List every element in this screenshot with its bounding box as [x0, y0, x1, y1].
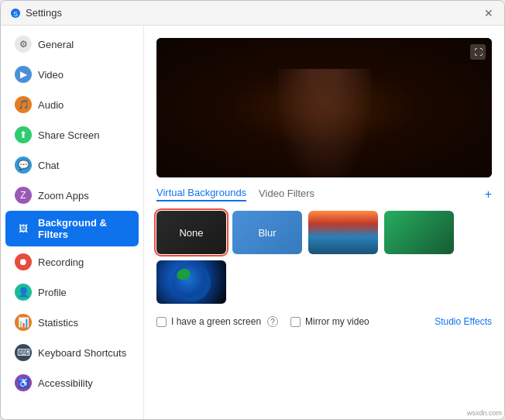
zoomapps-icon: Z — [15, 187, 32, 204]
sidebar-item-statistics[interactable]: 📊Statistics — [5, 308, 139, 337]
general-icon: ⚙ — [15, 36, 32, 53]
title-bar: S Settings ✕ — [1, 1, 504, 26]
background-blur[interactable]: Blur — [232, 211, 302, 254]
expand-button[interactable]: ⛶ — [470, 44, 486, 60]
video-person-silhouette — [278, 69, 371, 177]
tabs-row: Virtual Backgrounds Video Filters + — [156, 187, 492, 201]
sidebar: ⚙General▶Video🎵Audio⬆Share Screen💬ChatZZ… — [1, 26, 144, 419]
statistics-icon: 📊 — [15, 314, 32, 331]
main-panel: ⛶ Virtual Backgrounds Video Filters + No… — [144, 26, 504, 419]
sidebar-item-recording[interactable]: ⏺Recording — [5, 247, 139, 277]
keyboard-icon: ⌨ — [15, 344, 32, 361]
sidebar-item-bgfilters[interactable]: 🖼Background & Filters — [5, 211, 139, 246]
sidebar-label-bgfilters: Background & Filters — [38, 217, 129, 240]
mirror-video-checkbox[interactable] — [290, 317, 301, 327]
sidebar-label-sharescreen: Share Screen — [38, 129, 100, 141]
sidebar-item-profile[interactable]: 👤Profile — [5, 277, 139, 307]
video-icon: ▶ — [15, 66, 32, 83]
background-green[interactable] — [384, 211, 454, 254]
tab-video-filters[interactable]: Video Filters — [259, 188, 314, 201]
backgrounds-grid: None Blur — [156, 211, 492, 254]
accessibility-icon: ♿ — [15, 374, 32, 391]
profile-icon: 👤 — [15, 284, 32, 301]
studio-effects-link[interactable]: Studio Effects — [435, 316, 492, 327]
main-layout: ⚙General▶Video🎵Audio⬆Share Screen💬ChatZZ… — [1, 26, 504, 419]
earth-land — [175, 267, 192, 281]
help-icon[interactable]: ? — [267, 316, 278, 327]
background-bridge[interactable] — [308, 211, 378, 254]
background-earth[interactable] — [156, 260, 226, 304]
sidebar-item-zoomapps[interactable]: ZZoom Apps — [5, 181, 139, 210]
svg-text:S: S — [13, 10, 18, 18]
video-preview: ⛶ — [156, 38, 492, 177]
green-screen-checkbox[interactable] — [156, 317, 167, 327]
sidebar-label-statistics: Statistics — [38, 317, 78, 329]
earth-graphic — [172, 263, 211, 301]
background-none[interactable]: None — [156, 211, 226, 254]
add-background-button[interactable]: + — [485, 188, 492, 201]
recording-icon: ⏺ — [15, 253, 32, 270]
sidebar-item-sharescreen[interactable]: ⬆Share Screen — [5, 120, 139, 150]
sidebar-item-accessibility[interactable]: ♿Accessibility — [5, 368, 139, 398]
sidebar-label-accessibility: Accessibility — [38, 377, 93, 389]
tab-virtual-backgrounds[interactable]: Virtual Backgrounds — [156, 187, 246, 201]
mirror-video-option[interactable]: Mirror my video — [290, 316, 369, 327]
sidebar-label-chat: Chat — [38, 160, 59, 171]
green-screen-option[interactable]: I have a green screen ? — [156, 316, 278, 327]
sidebar-item-audio[interactable]: 🎵Audio — [5, 90, 139, 119]
sidebar-label-keyboard: Keyboard Shortcuts — [38, 347, 126, 359]
settings-window: S Settings ✕ ⚙General▶Video🎵Audio⬆Share … — [0, 0, 505, 420]
sidebar-item-chat[interactable]: 💬Chat — [5, 150, 139, 180]
sharescreen-icon: ⬆ — [15, 126, 32, 143]
close-button[interactable]: ✕ — [483, 7, 495, 19]
sidebar-label-general: General — [38, 39, 74, 50]
sidebar-label-audio: Audio — [38, 99, 64, 111]
sidebar-label-zoomapps: Zoom Apps — [38, 190, 89, 201]
green-screen-label: I have a green screen — [171, 316, 261, 327]
bgfilters-icon: 🖼 — [15, 220, 32, 237]
audio-icon: 🎵 — [15, 96, 32, 113]
sidebar-label-profile: Profile — [38, 287, 67, 298]
sidebar-label-video: Video — [38, 69, 64, 81]
background-blur-label: Blur — [258, 227, 276, 239]
sidebar-label-recording: Recording — [38, 256, 84, 268]
mirror-video-label: Mirror my video — [305, 316, 369, 327]
sidebar-item-general[interactable]: ⚙General — [5, 29, 139, 59]
background-none-label: None — [179, 227, 203, 239]
watermark: wsxdn.com — [467, 409, 502, 417]
settings-app-icon: S — [10, 8, 21, 19]
video-preview-inner — [156, 38, 492, 177]
backgrounds-grid-row2 — [156, 260, 492, 304]
sidebar-item-video[interactable]: ▶Video — [5, 60, 139, 89]
window-title: Settings — [26, 7, 483, 19]
sidebar-item-keyboard[interactable]: ⌨Keyboard Shortcuts — [5, 338, 139, 367]
chat-icon: 💬 — [15, 157, 32, 174]
bottom-options: I have a green screen ? Mirror my video … — [156, 316, 492, 327]
